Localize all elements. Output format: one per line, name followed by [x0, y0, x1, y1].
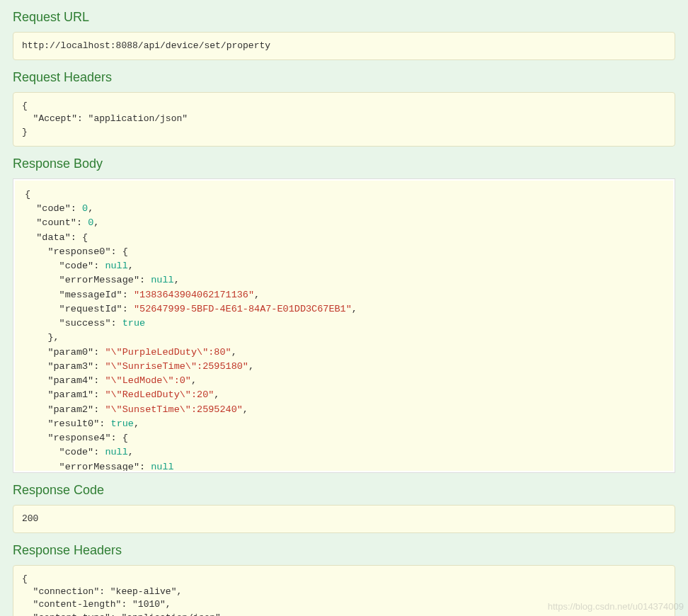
- response-body-frame: { "code": 0, "count": 0, "data": { "resp…: [13, 178, 675, 473]
- response-body-content[interactable]: { "code": 0, "count": 0, "data": { "resp…: [15, 181, 673, 471]
- request-url-value: http://localhost:8088/api/device/set/pro…: [13, 32, 675, 60]
- request-headers-value: { "Accept": "application/json" }: [13, 92, 675, 147]
- request-headers-title: Request Headers: [13, 70, 675, 85]
- response-headers-title: Response Headers: [13, 543, 675, 558]
- response-body-title: Response Body: [13, 156, 675, 171]
- response-headers-value: { "connection": "keep-alive", "content-l…: [13, 565, 675, 616]
- response-code-value: 200: [13, 505, 675, 533]
- request-url-title: Request URL: [13, 10, 675, 25]
- response-code-title: Response Code: [13, 483, 675, 498]
